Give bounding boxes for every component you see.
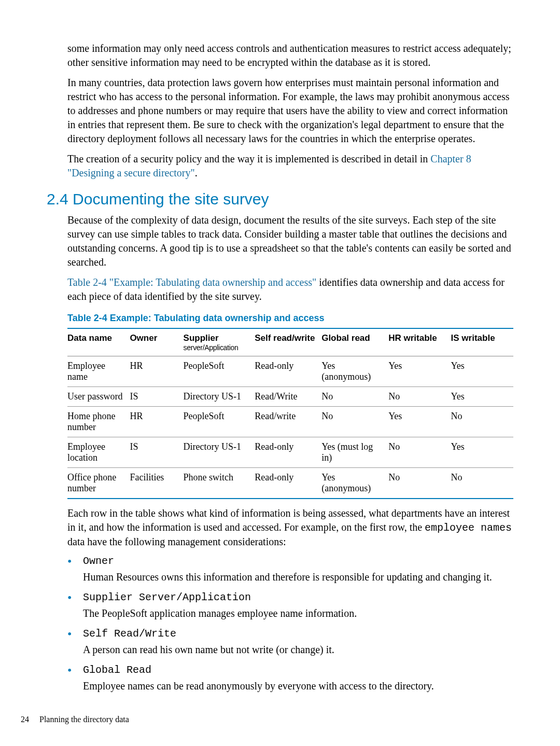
column-header: Owner [130,328,183,356]
cell: No [388,437,451,468]
cell: Yes [451,437,513,468]
table-row: Office phone number Facilities Phone swi… [67,468,513,499]
cell: Yes (anonymous) [321,468,388,499]
column-header: Self read/write [255,328,321,356]
cell: IS [130,437,183,468]
list-description: The PeopleSoft application manages emplo… [83,606,513,620]
cell: Read-only [255,437,321,468]
cell: HR [130,407,183,437]
cell: No [388,468,451,499]
cell: Read-only [255,468,321,499]
list-item: Supplier Server/Application The PeopleSo… [67,591,513,620]
cell: Yes [451,387,513,407]
column-header: HR writable [388,328,451,356]
cell: Employee name [67,356,130,387]
text: data have the following management consi… [67,536,286,547]
code-text: employee names [425,522,512,534]
cell: Facilities [130,468,183,499]
cell: Read/write [255,407,321,437]
table-header-row: Data name Owner Supplier server/Applicat… [67,328,513,356]
list-item: Self Read/Write A person can read his ow… [67,628,513,657]
cell: Yes (anonymous) [321,356,388,387]
cell: Phone switch [184,468,255,499]
footer-chapter-title: Planning the directory data [39,715,129,724]
cell: User password [67,387,130,407]
list-description: Employee names can be read anonymously b… [83,679,513,693]
list-item: Owner Human Resources owns this informat… [67,555,513,584]
table-row: Home phone number HR PeopleSoft Read/wri… [67,407,513,437]
paragraph: some information may only need access co… [47,42,513,70]
paragraph: Because of the complexity of data design… [47,213,513,269]
cell: Read-only [255,356,321,387]
table-row: Employee location IS Directory US-1 Read… [67,437,513,468]
table-row: User password IS Directory US-1 Read/Wri… [67,387,513,407]
cell: Read/Write [255,387,321,407]
table-caption: Table 2-4 Example: Tabulating data owner… [67,313,513,324]
paragraph: In many countries, data protection laws … [47,76,513,146]
table-body: Employee name HR PeopleSoft Read-only Ye… [67,356,513,499]
cell: Yes [388,356,451,387]
list-description: A person can read his own name but not w… [83,643,513,657]
page-number: 24 [21,715,29,724]
cell: Yes [388,407,451,437]
list-description: Human Resources owns this information an… [83,570,513,584]
column-header: Global read [321,328,388,356]
cell: HR [130,356,183,387]
cell: IS [130,387,183,407]
column-header: IS writable [451,328,513,356]
cell: Yes (must log in) [321,437,388,468]
list-term: Global Read [83,664,513,676]
cell: Directory US-1 [184,437,255,468]
cell: No [321,387,388,407]
cell: Home phone number [67,407,130,437]
cell: No [451,468,513,499]
column-header: Supplier server/Application [184,328,255,356]
text: The creation of a security policy and th… [67,153,430,164]
list-term: Owner [83,555,513,567]
column-header: Data name [67,328,130,356]
cell: No [321,407,388,437]
list-item: Global Read Employee names can be read a… [67,664,513,693]
paragraph: The creation of a security policy and th… [47,152,513,180]
list-term: Supplier Server/Application [83,591,513,603]
page-footer: 24 Planning the directory data [21,715,129,724]
table-row: Employee name HR PeopleSoft Read-only Ye… [67,356,513,387]
cell: Directory US-1 [184,387,255,407]
cell: No [451,407,513,437]
cell: PeopleSoft [184,356,255,387]
cell: Employee location [67,437,130,468]
paragraph: Each row in the table shows what kind of… [47,506,513,549]
bullet-list: Owner Human Resources owns this informat… [47,555,513,693]
paragraph: Table 2-4 "Example: Tabulating data owne… [47,275,513,303]
cell: PeopleSoft [184,407,255,437]
list-term: Self Read/Write [83,628,513,640]
section-heading: 2.4 Documenting the site survey [47,190,513,208]
text: . [195,167,198,178]
column-header-main: Supplier [184,333,219,343]
cell: No [388,387,451,407]
cross-reference-link[interactable]: Table 2-4 "Example: Tabulating data owne… [67,277,316,288]
data-table: Data name Owner Supplier server/Applicat… [67,328,513,499]
cell: Yes [451,356,513,387]
column-header-sub: server/Application [184,343,252,352]
cell: Office phone number [67,468,130,499]
